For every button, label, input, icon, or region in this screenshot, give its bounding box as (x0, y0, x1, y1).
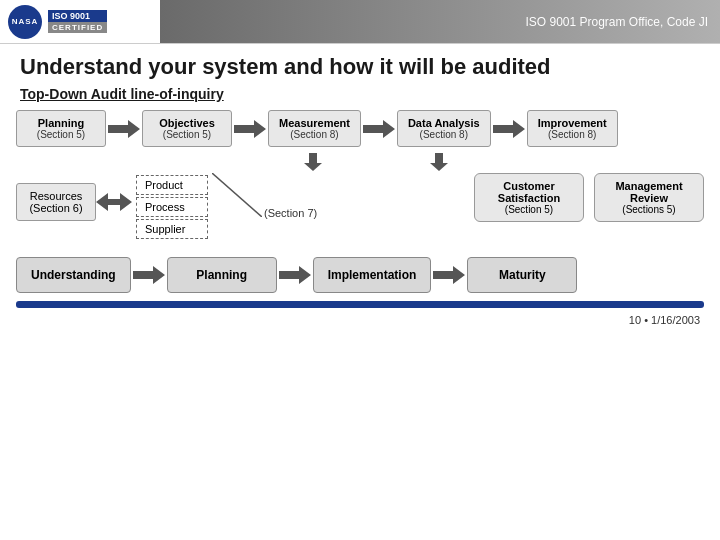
bottom-box-understanding: Understanding (16, 257, 131, 293)
customer-satisfaction-box: CustomerSatisfaction (Section 5) (474, 173, 584, 222)
management-review-box: ManagementReview (Sections 5) (594, 173, 704, 222)
arrow-2 (232, 120, 268, 138)
arrow-4 (491, 120, 527, 138)
bottom-box-implementation: Implementation (313, 257, 432, 293)
svg-marker-1 (234, 120, 266, 138)
flow-box-data-analysis: Data Analysis (Section 8) (397, 110, 491, 147)
svg-marker-9 (279, 266, 311, 284)
flow-label-data-analysis: Data Analysis (408, 117, 480, 129)
header: NASA ISO 9001 CERTIFIED ISO 9001 Program… (0, 0, 720, 44)
svg-marker-0 (108, 120, 140, 138)
footer: 10 • 1/16/2003 (0, 312, 720, 328)
page-title: Understand your system and how it will b… (0, 44, 720, 84)
resources-sub: (Section 6) (25, 202, 87, 214)
section7-area: (Section 7) (212, 173, 317, 223)
right-boxes: CustomerSatisfaction (Section 5) Managem… (474, 173, 704, 222)
header-title-bar: ISO 9001 Program Office, Code JI (160, 0, 720, 43)
flow-label-objectives: Objectives (153, 117, 221, 129)
management-review-label: ManagementReview (607, 180, 691, 204)
flow-box-planning: Planning (Section 5) (16, 110, 106, 147)
resources-box: Resources (Section 6) (16, 183, 96, 221)
flow-sub-improvement: (Section 8) (538, 129, 607, 140)
double-arrow (96, 193, 132, 211)
section-heading: Top-Down Audit line-of-inquiry (0, 84, 720, 110)
dashed-boxes-area: Product Process Supplier (136, 175, 208, 239)
dashed-box-supplier: Supplier (136, 219, 208, 239)
svg-marker-8 (133, 266, 165, 284)
flow-sub-planning: (Section 5) (27, 129, 95, 140)
nasa-text: NASA (12, 17, 39, 26)
svg-marker-2 (363, 120, 395, 138)
middle-section: Resources (Section 6) Product Process Su… (0, 173, 720, 239)
v-arrow-measurement (268, 153, 358, 171)
bottom-box-maturity: Maturity (467, 257, 577, 293)
flow-label-improvement: Improvement (538, 117, 607, 129)
bottom-arrow-3 (431, 266, 467, 284)
flow-label-planning: Planning (27, 117, 95, 129)
flow-sub-measurement: (Section 8) (279, 129, 350, 140)
flow-sub-objectives: (Section 5) (153, 129, 221, 140)
dashed-box-product: Product (136, 175, 208, 195)
flow-label-measurement: Measurement (279, 117, 350, 129)
section7-label: (Section 7) (264, 207, 317, 219)
resources-label: Resources (25, 190, 87, 202)
v-arrow-data-analysis (394, 153, 484, 171)
svg-marker-4 (304, 153, 322, 171)
svg-marker-10 (433, 266, 465, 284)
flow-box-measurement: Measurement (Section 8) (268, 110, 361, 147)
customer-satisfaction-label: CustomerSatisfaction (487, 180, 571, 204)
management-review-sub: (Sections 5) (607, 204, 691, 215)
flow-box-objectives: Objectives (Section 5) (142, 110, 232, 147)
nasa-logo: NASA (8, 5, 42, 39)
bottom-section: Understanding Planning Implementation Ma… (0, 247, 720, 293)
iso-top-label: ISO 9001 (48, 10, 107, 22)
svg-marker-3 (493, 120, 525, 138)
footer-text: 10 • 1/16/2003 (629, 314, 700, 326)
bottom-arrow-2 (277, 266, 313, 284)
dashed-box-process: Process (136, 197, 208, 217)
svg-line-7 (212, 173, 262, 217)
flow-box-improvement: Improvement (Section 8) (527, 110, 618, 147)
iso-bottom-label: CERTIFIED (48, 22, 107, 33)
svg-marker-6 (96, 193, 132, 211)
svg-marker-5 (430, 153, 448, 171)
arrow-3 (361, 120, 397, 138)
arrow-1 (106, 120, 142, 138)
logo-area: NASA ISO 9001 CERTIFIED (0, 5, 160, 39)
resources-area: Resources (Section 6) (16, 183, 132, 221)
bottom-accent-bar (16, 301, 704, 308)
top-flow-row: Planning (Section 5) Objectives (Section… (0, 110, 720, 147)
bottom-box-planning: Planning (167, 257, 277, 293)
customer-satisfaction-sub: (Section 5) (487, 204, 571, 215)
iso-certified-badge: ISO 9001 CERTIFIED (48, 10, 107, 33)
header-title: ISO 9001 Program Office, Code JI (525, 15, 708, 29)
bottom-flow-row: Understanding Planning Implementation Ma… (16, 257, 704, 293)
flow-sub-data-analysis: (Section 8) (408, 129, 480, 140)
bottom-arrow-1 (131, 266, 167, 284)
